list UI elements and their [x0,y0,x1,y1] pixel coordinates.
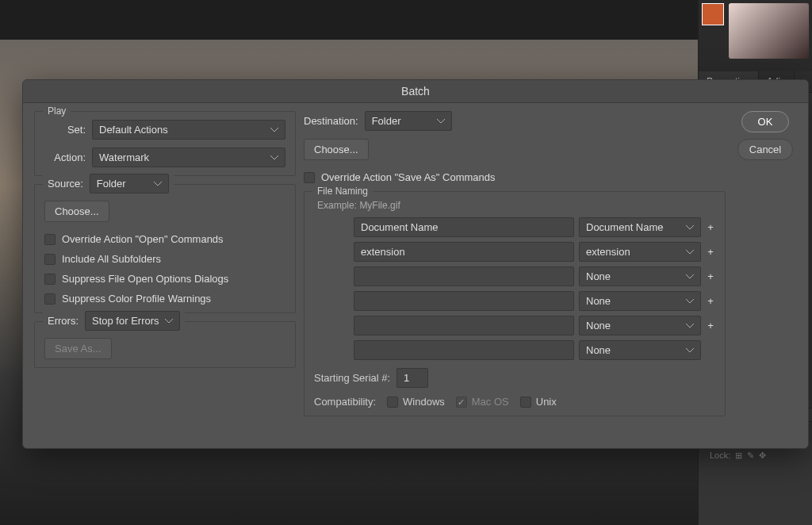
suppress-dialogs-checkbox-row[interactable]: Suppress File Open Options Dialogs [44,273,285,285]
destination-choose-button[interactable]: Choose... [304,139,369,160]
naming-text-4[interactable] [354,291,574,311]
override-save-checkbox-row[interactable]: Override Action "Save As" Commands [304,171,726,183]
compatibility-label: Compatibility: [314,396,376,408]
dialog-title: Batch [23,80,808,103]
app-top-bar [0,0,698,40]
color-swatches [699,0,812,71]
naming-select-3[interactable]: None [579,266,701,286]
lock-brush-icon[interactable]: ✎ [747,450,754,461]
naming-select-1[interactable]: Document Name [579,217,701,237]
lock-pixels-icon[interactable]: ⊞ [735,450,742,461]
action-select[interactable]: Watermark [92,148,285,167]
destination-select[interactable]: Folder [365,111,452,131]
compat-unix-checkbox[interactable] [520,397,531,408]
naming-example: Example: MyFile.gif [314,200,715,211]
naming-row-3: None + [354,266,715,286]
naming-text-1[interactable] [354,217,574,237]
include-subfolders-checkbox-row[interactable]: Include All Subfolders [44,253,285,265]
override-save-label: Override Action "Save As" Commands [321,171,496,183]
source-choose-button[interactable]: Choose... [44,201,109,222]
naming-row-6: None [354,340,715,360]
suppress-dialogs-checkbox[interactable] [44,274,56,285]
naming-row-1: Document Name + [354,217,715,237]
starting-serial-row: Starting Serial #: [314,368,715,388]
starting-serial-label: Starting Serial #: [314,372,390,384]
dialog-left-column: Play Set: Default Actions Action: Waterm… [34,111,296,439]
set-select[interactable]: Default Actions [92,120,285,140]
errors-select[interactable]: Stop for Errors [85,311,180,331]
naming-select-2[interactable]: extension [579,242,701,262]
cancel-button[interactable]: Cancel [737,139,793,160]
naming-text-6[interactable] [354,340,574,360]
file-naming-legend: File Naming [312,186,373,197]
batch-dialog: Batch Play Set: Default Actions Action: … [22,79,809,449]
action-label: Action: [44,151,86,163]
lock-row: Lock: ⊞ ✎ ✥ [705,447,806,464]
ok-button[interactable]: OK [741,111,789,132]
naming-text-3[interactable] [354,266,574,286]
lock-move-icon[interactable]: ✥ [759,450,766,461]
starting-serial-input[interactable] [396,368,428,388]
dialog-right-column: OK Cancel [733,111,797,439]
plus-icon: + [706,320,715,331]
errors-fieldset: Errors: Stop for Errors Save As... [34,321,296,368]
compat-windows-checkbox[interactable] [387,397,398,408]
override-open-label: Override Action "Open" Commands [62,233,224,245]
naming-text-2[interactable] [354,242,574,262]
plus-icon: + [706,246,715,258]
save-as-button: Save As... [44,338,112,359]
suppress-color-checkbox[interactable] [44,293,56,305]
naming-row-5: None + [354,316,715,335]
naming-row-2: extension + [354,242,715,262]
file-naming-fieldset: File Naming Example: MyFile.gif Document… [304,191,726,416]
destination-label: Destination: [304,115,358,127]
naming-select-4[interactable]: None [579,291,701,311]
lock-label: Lock: [710,450,730,461]
suppress-color-label: Suppress Color Profile Warnings [62,293,211,305]
play-fieldset: Play Set: Default Actions Action: Waterm… [34,111,296,176]
gradient-preview[interactable] [729,3,809,59]
compat-mac: Mac OS [456,396,509,408]
include-subfolders-label: Include All Subfolders [62,253,161,265]
naming-row-4: None + [354,291,715,311]
include-subfolders-checkbox[interactable] [44,254,56,265]
compatibility-row: Compatibility: Windows Mac OS Unix [314,396,715,408]
override-open-checkbox[interactable] [44,234,56,245]
plus-icon: + [706,221,715,233]
naming-text-5[interactable] [354,316,574,335]
foreground-color-swatch[interactable] [702,3,724,25]
source-select[interactable]: Folder [90,174,169,194]
override-open-checkbox-row[interactable]: Override Action "Open" Commands [44,233,285,245]
suppress-dialogs-label: Suppress File Open Options Dialogs [62,273,228,285]
suppress-color-checkbox-row[interactable]: Suppress Color Profile Warnings [44,293,285,305]
naming-select-6[interactable]: None [579,340,701,360]
compat-mac-checkbox [456,397,467,408]
dialog-mid-column: Destination: Folder Choose... Override A… [304,111,726,439]
compat-unix[interactable]: Unix [520,396,557,408]
plus-icon: + [706,270,715,282]
override-save-checkbox[interactable] [304,172,315,183]
naming-select-5[interactable]: None [579,316,701,335]
compat-windows[interactable]: Windows [387,396,445,408]
plus-icon: + [706,295,715,307]
play-legend: Play [43,105,71,117]
errors-label: Errors: [48,315,79,327]
source-label: Source: [48,178,83,190]
source-fieldset: Source: Folder Choose... Override Action… [34,184,296,313]
set-label: Set: [44,124,86,136]
